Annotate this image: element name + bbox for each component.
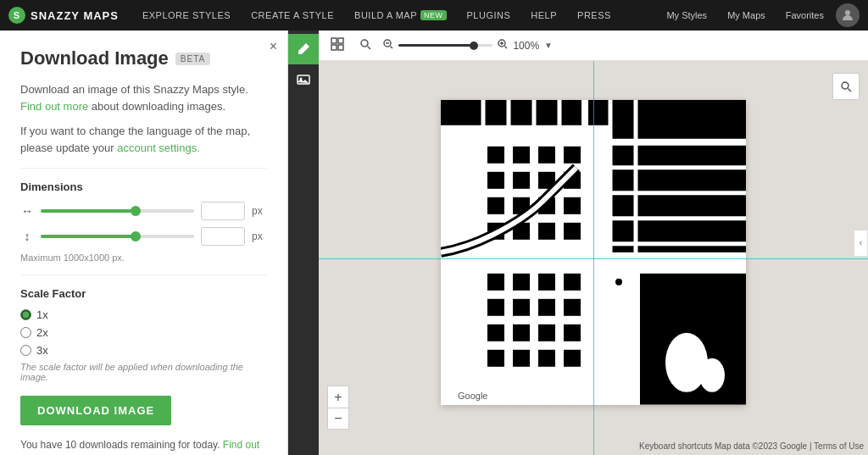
svg-line-17 xyxy=(849,89,852,92)
width-row: ↔ 500 px xyxy=(20,202,267,220)
dimensions-label: Dimensions xyxy=(20,180,267,193)
nav-create[interactable]: CREATE A STYLE xyxy=(241,0,344,31)
height-slider-thumb xyxy=(131,231,141,241)
svg-rect-4 xyxy=(338,38,343,43)
zoom-slider-container: 100% ▼ xyxy=(383,39,553,52)
svg-point-72 xyxy=(699,358,725,391)
close-button[interactable]: × xyxy=(270,39,277,54)
favorites-link[interactable]: Favorites xyxy=(777,0,832,31)
svg-rect-67 xyxy=(513,349,530,366)
find-out-more-link-1[interactable]: Find out more xyxy=(20,100,88,113)
svg-rect-59 xyxy=(513,298,530,315)
scale-3x-radio[interactable] xyxy=(20,345,31,356)
logo-text: SNAZZY MAPS xyxy=(31,9,119,22)
zoom-dropdown-icon[interactable]: ▼ xyxy=(544,41,553,50)
height-slider-fill xyxy=(41,235,136,238)
zoom-out-small-icon[interactable] xyxy=(383,39,393,52)
zoom-fill xyxy=(398,44,474,47)
divider-2 xyxy=(20,275,267,275)
image-tool-button[interactable] xyxy=(288,64,319,95)
height-unit: px xyxy=(252,230,267,242)
nav-build[interactable]: BUILD A MAP NEW xyxy=(344,0,456,31)
svg-rect-20 xyxy=(610,99,746,252)
scale-1x-row: 1x xyxy=(20,308,267,321)
svg-line-10 xyxy=(391,47,393,49)
scale-note: The scale factor will be applied when do… xyxy=(20,362,267,382)
pen-tool-button[interactable] xyxy=(288,34,319,64)
collapse-panel-button[interactable]: ‹ xyxy=(854,230,868,257)
my-maps-link[interactable]: My Maps xyxy=(719,0,774,31)
svg-rect-60 xyxy=(538,298,555,315)
svg-rect-6 xyxy=(338,45,343,50)
scale-3x-label[interactable]: 3x xyxy=(36,344,48,357)
scale-2x-radio[interactable] xyxy=(20,327,31,338)
svg-rect-69 xyxy=(564,349,581,366)
svg-rect-43 xyxy=(513,171,530,188)
scale-1x-label[interactable]: 1x xyxy=(36,308,48,321)
crosshair-vertical xyxy=(593,61,594,455)
svg-rect-49 xyxy=(564,197,581,214)
scale-radio-group: 1x 2x 3x xyxy=(20,308,267,357)
zoom-thumb xyxy=(470,42,478,50)
svg-rect-52 xyxy=(538,222,555,239)
panel-title: Download Image BETA xyxy=(20,47,267,69)
map-area: 100% ▼ xyxy=(288,31,868,455)
svg-rect-53 xyxy=(564,222,581,239)
map-attribution: Keyboard shortcuts Map data ©2023 Google… xyxy=(639,441,864,451)
scale-2x-label[interactable]: 2x xyxy=(36,326,48,339)
map-top-bar: 100% ▼ xyxy=(319,31,868,61)
svg-point-73 xyxy=(615,278,622,285)
svg-rect-41 xyxy=(564,146,581,163)
panel-description-1: Download an image of this Snazzy Maps st… xyxy=(20,81,267,114)
height-input[interactable]: 500 xyxy=(201,227,245,246)
zoom-level: 100% xyxy=(513,40,539,52)
svg-rect-46 xyxy=(487,197,504,214)
nav-help[interactable]: HELP xyxy=(520,0,567,31)
my-styles-link[interactable]: My Styles xyxy=(658,0,715,31)
zoom-track[interactable] xyxy=(398,44,492,47)
svg-rect-57 xyxy=(564,273,581,290)
account-settings-link[interactable]: account settings. xyxy=(117,141,200,154)
top-navigation: S SNAZZY MAPS EXPLORE STYLES CREATE A ST… xyxy=(0,0,868,31)
svg-line-13 xyxy=(505,47,508,49)
zoom-in-small-icon[interactable] xyxy=(498,39,508,52)
scale-3x-row: 3x xyxy=(20,344,267,357)
search-small-icon[interactable] xyxy=(356,35,375,56)
svg-line-8 xyxy=(368,47,371,50)
zoom-in-button[interactable]: + xyxy=(327,386,349,408)
zoom-out-button[interactable]: − xyxy=(327,408,349,430)
nav-explore[interactable]: EXPLORE STYLES xyxy=(132,0,241,31)
scale-1x-radio[interactable] xyxy=(20,309,31,320)
map-zoom-controls: + − xyxy=(327,386,349,430)
width-input[interactable]: 500 xyxy=(201,202,245,220)
download-panel: × Download Image BETA Download an image … xyxy=(0,31,288,455)
width-slider-fill xyxy=(41,209,136,213)
svg-rect-38 xyxy=(487,146,504,163)
logo-icon: S xyxy=(8,7,25,24)
logo[interactable]: S SNAZZY MAPS xyxy=(8,7,119,24)
svg-rect-40 xyxy=(538,146,555,163)
svg-rect-68 xyxy=(538,349,555,366)
scale-2x-row: 2x xyxy=(20,326,267,339)
svg-rect-62 xyxy=(487,324,504,341)
user-avatar[interactable] xyxy=(836,3,860,27)
nav-links: EXPLORE STYLES CREATE A STYLE BUILD A MA… xyxy=(132,0,659,31)
nav-press[interactable]: PRESS xyxy=(567,0,621,31)
new-badge: NEW xyxy=(420,10,447,20)
width-unit: px xyxy=(252,205,267,217)
height-row: ↕ 500 px xyxy=(20,227,267,246)
svg-rect-55 xyxy=(513,273,530,290)
download-image-button[interactable]: DOWNLOAD IMAGE xyxy=(20,396,171,425)
width-icon: ↔ xyxy=(20,204,34,218)
height-slider-track[interactable] xyxy=(41,235,194,238)
nav-plugins[interactable]: PLUGINS xyxy=(457,0,521,31)
map-search-button[interactable] xyxy=(832,73,860,100)
svg-text:Google: Google xyxy=(458,390,487,400)
beta-badge: BETA xyxy=(175,53,210,65)
width-slider-track[interactable] xyxy=(41,209,194,213)
svg-rect-5 xyxy=(331,45,337,50)
scale-factor-label: Scale Factor xyxy=(20,287,267,300)
svg-rect-61 xyxy=(564,298,581,315)
grid-icon[interactable] xyxy=(327,34,348,57)
svg-point-16 xyxy=(842,82,849,89)
